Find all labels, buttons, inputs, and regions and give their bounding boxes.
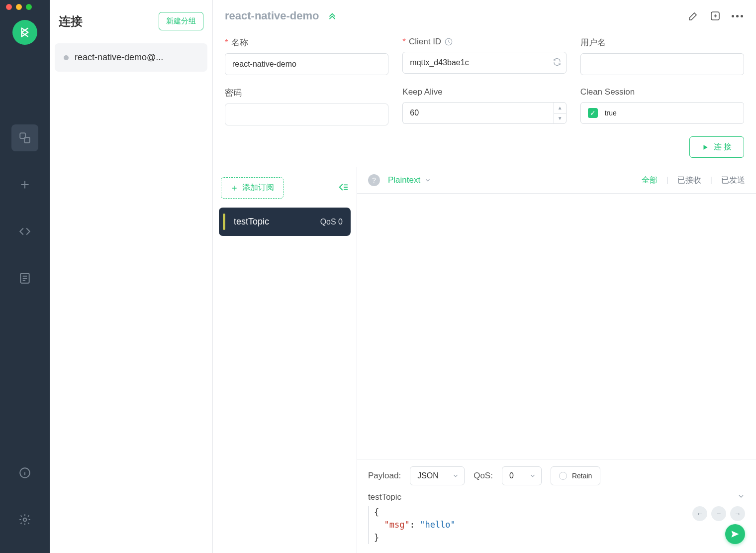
new-group-button[interactable]: 新建分组	[159, 12, 203, 30]
subscriptions-panel: 添加订阅 testTopic QoS 0	[213, 167, 357, 553]
close-window-dot[interactable]	[6, 4, 12, 10]
plus-icon	[230, 184, 238, 192]
clientid-label: *Client ID	[402, 37, 566, 47]
message-filter-tabs: 全部 | 已接收 | 已发送	[642, 175, 745, 186]
history-minus-button[interactable]: −	[711, 506, 726, 521]
retain-toggle[interactable]: Retain	[551, 466, 600, 485]
new-window-icon[interactable]	[708, 9, 722, 23]
collapse-subscriptions-icon[interactable]	[338, 182, 349, 194]
nav-settings[interactable]	[11, 506, 38, 533]
clean-session-toggle[interactable]: ✓ true	[580, 102, 744, 124]
username-label: 用户名	[580, 37, 744, 48]
history-prev-button[interactable]: ←	[692, 506, 707, 521]
step-down-icon[interactable]: ▼	[554, 113, 566, 124]
message-list	[357, 194, 756, 459]
nav-connections[interactable]	[11, 124, 38, 151]
tab-received[interactable]: 已接收	[677, 175, 701, 186]
nav-rail	[0, 0, 50, 553]
qos-select[interactable]: 0	[502, 466, 542, 485]
clientid-input[interactable]	[402, 52, 566, 74]
play-icon	[702, 144, 709, 151]
clean-session-value: true	[605, 109, 617, 117]
clean-session-label: Clean Session	[580, 87, 744, 97]
password-label: 密码	[225, 87, 388, 99]
main-panel: react-native-demo *名称 *Client ID	[213, 0, 756, 553]
name-label: *名称	[225, 37, 388, 48]
publish-topic[interactable]: testTopic	[368, 492, 401, 502]
connections-title: 连接	[59, 13, 83, 29]
collapse-up-icon[interactable]	[327, 10, 337, 22]
send-button[interactable]	[725, 524, 745, 544]
connection-item[interactable]: react-native-demo@...	[55, 43, 207, 72]
nav-about[interactable]	[11, 459, 38, 486]
subscription-topic: testTopic	[234, 217, 269, 227]
messages-panel: ? Plaintext 全部 | 已接收 | 已发送	[357, 167, 756, 553]
window-controls	[0, 0, 32, 14]
subscription-item[interactable]: testTopic QoS 0	[219, 208, 351, 236]
checkbox-checked-icon: ✓	[588, 108, 598, 118]
keepalive-stepper[interactable]: ▲ ▼	[554, 102, 567, 124]
payload-type-select[interactable]: JSON	[410, 466, 465, 485]
name-input[interactable]	[225, 53, 388, 75]
keepalive-input[interactable]	[402, 102, 554, 124]
chevron-down-icon[interactable]	[737, 492, 745, 502]
nav-add[interactable]	[11, 171, 38, 198]
nav-logs[interactable]	[11, 265, 38, 292]
nav-scripts[interactable]	[11, 218, 38, 245]
chevron-down-icon	[452, 472, 459, 479]
connection-form: *名称 *Client ID 用户名 密码	[213, 32, 756, 132]
username-input[interactable]	[580, 53, 744, 75]
more-icon[interactable]	[730, 9, 744, 23]
clock-icon	[444, 37, 453, 46]
svg-point-4	[23, 518, 27, 522]
connect-button[interactable]: 连 接	[689, 136, 744, 158]
connection-list-panel: 连接 新建分组 react-native-demo@...	[50, 0, 213, 553]
chevron-down-icon	[529, 472, 536, 479]
step-up-icon[interactable]: ▲	[554, 103, 566, 113]
connection-title: react-native-demo	[225, 9, 319, 22]
subscription-qos: QoS 0	[320, 218, 343, 226]
main-header: react-native-demo	[213, 0, 756, 32]
tab-sent[interactable]: 已发送	[721, 175, 745, 186]
connection-name: react-native-demo@...	[75, 52, 163, 63]
publish-panel: Payload: JSON QoS: 0 Retain	[357, 459, 756, 553]
payload-editor[interactable]: { "msg": "hello" }	[368, 506, 745, 545]
keepalive-label: Keep Alive	[402, 87, 566, 97]
tab-all[interactable]: 全部	[642, 175, 658, 186]
chevron-down-icon	[424, 177, 431, 184]
password-input[interactable]	[225, 104, 388, 125]
send-icon	[730, 529, 740, 539]
history-next-button[interactable]: →	[730, 506, 745, 521]
maximize-window-dot[interactable]	[26, 4, 32, 10]
edit-icon[interactable]	[686, 9, 700, 23]
qos-label: QoS:	[473, 471, 493, 481]
add-subscription-button[interactable]: 添加订阅	[221, 177, 284, 199]
help-icon[interactable]: ?	[368, 174, 380, 186]
connection-status-dot	[64, 55, 69, 60]
app-logo	[12, 20, 37, 45]
payload-label: Payload:	[368, 471, 401, 481]
refresh-icon[interactable]	[553, 58, 562, 68]
minimize-window-dot[interactable]	[16, 4, 22, 10]
format-select[interactable]: Plaintext	[388, 175, 431, 185]
radio-unchecked-icon	[559, 472, 567, 480]
